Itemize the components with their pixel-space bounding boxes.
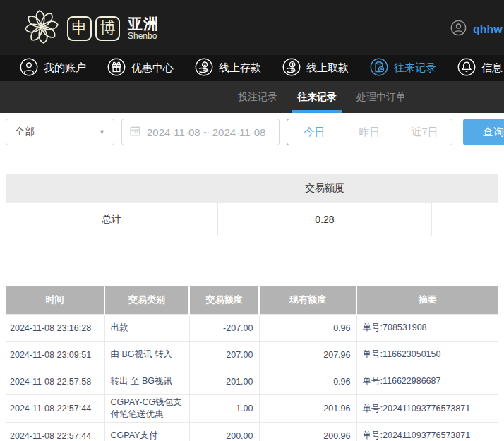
nav-item-my-account[interactable]: 我的账户 <box>20 58 86 78</box>
col-type: 交易类别 <box>104 286 189 315</box>
cell-time: 2024-11-08 22:57:44 <box>6 395 104 423</box>
top-header: 申 博 亚洲 Shenbo qhhw <box>0 0 504 55</box>
chevron-down-icon: ▼ <box>99 128 105 135</box>
table-row: 2024-11-08 23:09:51 由 BG视讯 转入 207.00 207… <box>6 342 498 368</box>
cell-summary: 单号:202411093776573871 <box>356 395 498 423</box>
logo-char-bo: 博 <box>95 16 120 41</box>
calendar-icon <box>129 125 141 140</box>
cell-time: 2024-11-08 23:09:51 <box>6 342 104 368</box>
nav-item-promotions[interactable]: 优惠中心 <box>107 58 174 78</box>
deposit-icon <box>195 58 213 78</box>
nav-label: 线上取款 <box>306 61 349 75</box>
cell-amount: 207.00 <box>189 342 259 368</box>
brand-logo[interactable]: 申 博 亚洲 Shenbo <box>23 8 159 49</box>
cell-type: 由 BG视讯 转入 <box>104 342 189 368</box>
summary-header-spacer <box>432 174 498 203</box>
type-select[interactable]: 全部 ▼ <box>6 119 114 145</box>
username-label: qhhw <box>473 23 503 36</box>
today-button[interactable]: 今日 <box>287 119 342 145</box>
bell-icon <box>457 58 476 78</box>
summary-empty-cell <box>432 203 498 236</box>
tab-betting-records[interactable]: 投注记录 <box>238 81 277 113</box>
summary-header-spacer <box>6 174 217 203</box>
account-menu[interactable]: qhhw <box>450 20 503 39</box>
tab-processing-orders[interactable]: 处理中订单 <box>356 81 406 113</box>
table-row: 2024-11-08 22:57:44 CGPAY支付 200.00 200.9… <box>6 423 498 441</box>
query-button[interactable]: 查询 <box>463 119 504 145</box>
cell-balance: 207.96 <box>259 342 356 368</box>
summary-header-row: 交易额度 <box>6 174 498 203</box>
summary-table: 交易额度 总计 0.28 <box>6 174 498 236</box>
nav-item-records[interactable]: 往来记录 <box>370 58 436 78</box>
cell-balance: 0.96 <box>259 315 356 342</box>
summary-total-value: 0.28 <box>217 203 432 236</box>
flower-logo-icon <box>23 8 61 49</box>
quick-range-group: 今日 昨日 近7日 <box>287 119 452 145</box>
col-time: 时间 <box>6 286 104 315</box>
section-divider <box>0 157 504 157</box>
col-summary: 摘要 <box>356 286 498 315</box>
tab-transaction-records[interactable]: 往来记录 <box>297 81 337 113</box>
transactions-table: 时间 交易类别 交易额度 现有额度 摘要 2024-11-08 23:16:28… <box>6 286 498 441</box>
last7days-button[interactable]: 近7日 <box>397 119 452 145</box>
logo-char-shen: 申 <box>67 16 92 41</box>
cell-balance: 201.96 <box>259 395 356 423</box>
user-icon <box>20 58 38 78</box>
logo-wordmark: 申 博 <box>67 16 120 41</box>
cell-summary: 单号:708531908 <box>356 315 498 342</box>
cell-type: 转出 至 BG视讯 <box>104 368 189 395</box>
transactions-header-row: 时间 交易类别 交易额度 现有额度 摘要 <box>6 286 498 315</box>
logo-region-en: Shenbo <box>128 32 159 41</box>
nav-label: 往来记录 <box>394 61 436 75</box>
cell-summary: 单号:202411093776573871 <box>356 423 498 441</box>
record-tabs: 投注记录 往来记录 处理中订单 <box>0 81 504 113</box>
cell-balance: 0.96 <box>259 368 356 395</box>
cell-balance: 200.96 <box>259 423 356 441</box>
nav-item-withdraw[interactable]: 线上取款 <box>282 58 349 78</box>
cell-summary: 单号:116623050150 <box>356 342 498 368</box>
col-balance: 现有额度 <box>259 286 356 315</box>
cell-type: 出款 <box>104 315 189 342</box>
cell-summary: 单号:116622986687 <box>356 368 498 395</box>
main-nav: 我的账户 优惠中心 线上存款 <box>0 55 504 81</box>
nav-label: 优惠中心 <box>131 61 174 75</box>
summary-total-label: 总计 <box>6 203 217 236</box>
nav-item-messages[interactable]: 信息 <box>457 58 503 78</box>
date-range-input[interactable]: 2024-11-08 ~ 2024-11-08 <box>121 119 280 145</box>
table-row: 2024-11-08 22:57:58 转出 至 BG视讯 -201.00 0.… <box>6 368 498 395</box>
cell-type: CGPAY-CG钱包支付笔笔送优惠 <box>104 395 189 423</box>
type-select-value: 全部 <box>15 126 35 138</box>
cell-amount: -201.00 <box>189 368 259 395</box>
date-range-value: 2024-11-08 ~ 2024-11-08 <box>147 126 265 138</box>
cell-time: 2024-11-08 23:16:28 <box>6 315 104 342</box>
cell-type: CGPAY支付 <box>104 423 189 441</box>
records-icon <box>370 58 388 78</box>
cell-time: 2024-11-08 22:57:44 <box>6 423 104 441</box>
nav-label: 线上存款 <box>219 61 261 75</box>
table-row: 2024-11-08 23:16:28 出款 -207.00 0.96 单号:7… <box>6 315 498 342</box>
yesterday-button[interactable]: 昨日 <box>342 119 397 145</box>
summary-total-row: 总计 0.28 <box>6 203 498 236</box>
summary-header-amount: 交易额度 <box>217 174 432 203</box>
user-avatar-icon <box>450 20 467 39</box>
col-amount: 交易额度 <box>189 286 259 315</box>
cell-time: 2024-11-08 22:57:58 <box>6 368 104 395</box>
gift-icon <box>107 58 126 78</box>
transaction-records-page: 申 博 亚洲 Shenbo qhhw <box>0 0 504 441</box>
logo-region: 亚洲 Shenbo <box>128 16 159 41</box>
nav-label: 信息 <box>481 61 503 75</box>
logo-region-cn: 亚洲 <box>128 16 159 32</box>
nav-label: 我的账户 <box>44 61 86 75</box>
cell-amount: 1.00 <box>189 395 259 423</box>
cell-amount: 200.00 <box>189 423 259 441</box>
nav-item-deposit[interactable]: 线上存款 <box>195 58 261 78</box>
cell-amount: -207.00 <box>189 315 259 342</box>
withdraw-icon <box>282 58 301 78</box>
table-row: 2024-11-08 22:57:44 CGPAY-CG钱包支付笔笔送优惠 1.… <box>6 395 498 423</box>
